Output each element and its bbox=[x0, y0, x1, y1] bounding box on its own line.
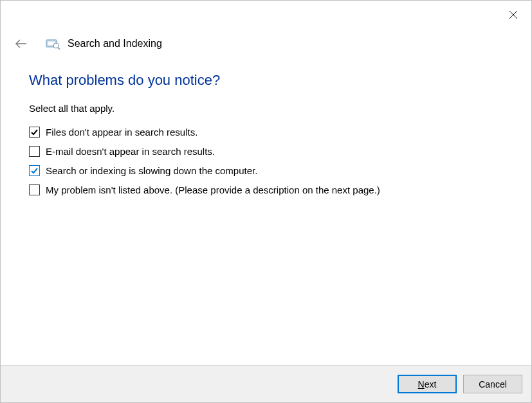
close-icon bbox=[509, 10, 518, 19]
option-label: My problem isn't listed above. (Please p… bbox=[46, 184, 380, 195]
option-slow-indexing[interactable]: Search or indexing is slowing down the c… bbox=[29, 165, 503, 176]
close-button[interactable] bbox=[507, 8, 520, 21]
option-files-missing[interactable]: Files don't appear in search results. bbox=[29, 127, 503, 138]
troubleshooter-icon bbox=[46, 37, 60, 50]
cancel-button-label: Cancel bbox=[479, 379, 507, 390]
options-list: Files don't appear in search results. E-… bbox=[29, 127, 503, 195]
svg-line-6 bbox=[58, 48, 60, 49]
option-label: Files don't appear in search results. bbox=[46, 127, 197, 138]
page-subheading: Select all that apply. bbox=[29, 103, 503, 114]
checkmark-icon bbox=[30, 166, 39, 175]
header: Search and Indexing bbox=[1, 1, 531, 51]
next-button[interactable]: Next bbox=[398, 375, 457, 393]
troubleshooter-window: Search and Indexing What problems do you… bbox=[0, 0, 532, 403]
next-button-accelerator: N bbox=[418, 379, 425, 390]
window-title: Search and Indexing bbox=[68, 38, 162, 49]
option-label: E-mail doesn't appear in search results. bbox=[46, 146, 215, 157]
option-email-missing[interactable]: E-mail doesn't appear in search results. bbox=[29, 146, 503, 157]
page-heading: What problems do you notice? bbox=[29, 72, 503, 89]
checkbox[interactable] bbox=[29, 184, 40, 195]
footer: Next Cancel bbox=[1, 365, 531, 402]
next-button-rest: ext bbox=[425, 379, 437, 390]
cancel-button[interactable]: Cancel bbox=[463, 375, 522, 393]
option-not-listed[interactable]: My problem isn't listed above. (Please p… bbox=[29, 184, 503, 195]
checkmark-icon bbox=[30, 128, 39, 136]
back-arrow-icon bbox=[15, 39, 28, 49]
content-area: What problems do you notice? Select all … bbox=[1, 51, 531, 365]
option-label: Search or indexing is slowing down the c… bbox=[46, 165, 257, 176]
checkbox[interactable] bbox=[29, 127, 40, 138]
checkbox[interactable] bbox=[29, 146, 40, 157]
checkbox[interactable] bbox=[29, 165, 40, 176]
back-button[interactable] bbox=[14, 36, 29, 51]
svg-point-5 bbox=[53, 43, 59, 48]
